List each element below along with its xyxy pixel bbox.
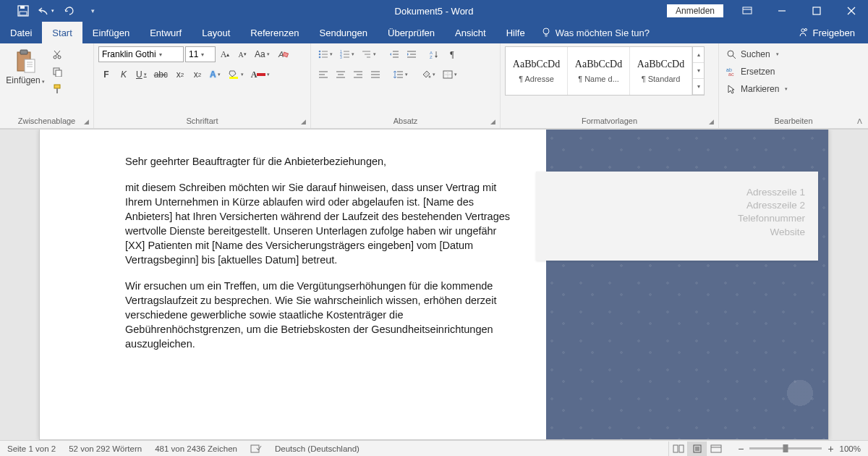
zoom-level[interactable]: 100% xyxy=(840,444,861,453)
multilevel-list-button[interactable]: ▾ xyxy=(359,46,379,62)
status-words[interactable]: 52 von 292 Wörtern xyxy=(69,444,142,453)
change-case-button[interactable]: Aa▾ xyxy=(252,46,273,62)
spellcheck-icon[interactable] xyxy=(250,444,262,454)
greeting-line[interactable]: Sehr geehrter Beauftragter für die Anbie… xyxy=(125,154,517,169)
shading-button[interactable]: ▾ xyxy=(418,67,438,83)
svg-rect-87 xyxy=(711,445,721,452)
strikethrough-button[interactable]: abc xyxy=(151,67,171,83)
align-left-button[interactable] xyxy=(315,67,331,83)
page[interactable]: Sehr geehrter Beauftragter für die Anbie… xyxy=(39,130,829,440)
styles-scrollbar[interactable]: ▴▾▾ xyxy=(692,47,704,95)
styles-launcher-icon[interactable]: ◢ xyxy=(709,118,714,125)
text-effects-button[interactable]: A▾ xyxy=(207,67,224,83)
show-marks-button[interactable]: ¶ xyxy=(444,46,460,62)
status-language[interactable]: Deutsch (Deutschland) xyxy=(275,444,359,453)
subscript-button[interactable]: x2 xyxy=(172,67,188,83)
style-adresse[interactable]: AaBbCcDd¶ Adresse xyxy=(506,47,568,95)
replace-button[interactable]: abacErsetzen xyxy=(723,64,796,80)
svg-point-76 xyxy=(728,51,733,56)
select-button[interactable]: Markieren▾ xyxy=(723,81,796,97)
zoom-slider[interactable] xyxy=(749,447,822,449)
close-icon[interactable] xyxy=(835,0,868,22)
styles-gallery[interactable]: AaBbCcDd¶ Adresse AaBbCcDd¶ Name d... Aa… xyxy=(505,46,705,96)
read-mode-button[interactable] xyxy=(668,442,687,456)
highlight-button[interactable]: ▾ xyxy=(225,67,247,83)
print-layout-button[interactable] xyxy=(687,442,706,456)
save-icon[interactable] xyxy=(13,1,33,21)
sort-button[interactable]: AZ xyxy=(427,46,443,62)
status-chars[interactable]: 481 von 2436 Zeichen xyxy=(155,444,237,453)
title-bar: ▾ ▾ Dokument5 - Word Anmelden xyxy=(0,0,868,22)
phone-line[interactable]: Telefonnummer xyxy=(549,212,805,225)
tab-home[interactable]: Start xyxy=(42,22,82,43)
minimize-icon[interactable] xyxy=(765,0,799,22)
svg-rect-15 xyxy=(20,50,27,54)
undo-icon[interactable]: ▾ xyxy=(36,1,56,21)
superscript-button[interactable]: x2 xyxy=(190,67,205,83)
address-line-2[interactable]: Adresszeile 2 xyxy=(549,199,805,212)
grow-font-button[interactable]: A▴ xyxy=(217,46,233,62)
tab-file[interactable]: Datei xyxy=(0,22,42,43)
website-line[interactable]: Website xyxy=(549,226,805,239)
document-body[interactable]: Sehr geehrter Beauftragter für die Anbie… xyxy=(40,130,546,439)
numbering-icon: 123 xyxy=(340,50,350,59)
signin-button[interactable]: Anmelden xyxy=(667,4,723,17)
increase-indent-button[interactable] xyxy=(404,46,420,62)
italic-button[interactable]: K xyxy=(116,67,132,83)
tab-references[interactable]: Referenzen xyxy=(240,22,309,43)
tell-me-label: Was möchten Sie tun? xyxy=(556,28,650,38)
tell-me-search[interactable]: Was möchten Sie tun? xyxy=(541,22,786,43)
tab-help[interactable]: Hilfe xyxy=(496,22,535,43)
justify-button[interactable] xyxy=(367,67,383,83)
tab-layout[interactable]: Layout xyxy=(192,22,240,43)
shrink-font-button[interactable]: A▾ xyxy=(234,46,250,62)
zoom-in-button[interactable]: + xyxy=(827,443,833,455)
borders-button[interactable]: ▾ xyxy=(440,67,460,83)
ribbon-display-icon[interactable] xyxy=(731,0,764,22)
align-center-button[interactable] xyxy=(333,67,349,83)
style-standard[interactable]: AaBbCcDd¶ Standard xyxy=(630,47,692,95)
collapse-ribbon-icon[interactable]: ᐱ xyxy=(857,117,862,125)
line-spacing-button[interactable]: ▾ xyxy=(391,67,411,83)
tab-insert[interactable]: Einfügen xyxy=(82,22,140,43)
status-page[interactable]: Seite 1 von 2 xyxy=(7,444,56,453)
font-launcher-icon[interactable]: ◢ xyxy=(301,118,306,125)
underline-button[interactable]: U▾ xyxy=(133,67,150,83)
tab-review[interactable]: Überprüfen xyxy=(378,22,445,43)
redo-icon[interactable] xyxy=(59,1,80,21)
font-name-combo[interactable]: Franklin Gothi▾ xyxy=(98,46,184,62)
find-button[interactable]: Suchen▾ xyxy=(723,46,796,62)
zoom-out-button[interactable]: − xyxy=(738,443,744,455)
paragraph-launcher-icon[interactable]: ◢ xyxy=(490,118,495,125)
tab-mailings[interactable]: Sendungen xyxy=(310,22,378,43)
address-placeholder-box[interactable]: Adresszeile 1 Adresszeile 2 Telefonnumme… xyxy=(536,172,818,261)
svg-line-77 xyxy=(733,56,736,59)
numbering-button[interactable]: 123▾ xyxy=(337,46,357,62)
tab-design[interactable]: Entwurf xyxy=(140,22,192,43)
bold-button[interactable]: F xyxy=(98,67,114,83)
copy-button[interactable] xyxy=(49,64,65,80)
paragraph-2[interactable]: Wir ersuchen um ein Treffen, um die Verg… xyxy=(125,279,517,351)
svg-text:3: 3 xyxy=(340,55,342,59)
svg-point-12 xyxy=(801,29,804,32)
paste-button[interactable]: Einfügen▾ xyxy=(4,46,46,85)
decrease-indent-button[interactable] xyxy=(386,46,402,62)
clear-formatting-button[interactable]: A xyxy=(274,46,292,62)
format-painter-button[interactable] xyxy=(49,81,65,97)
qat-customize-icon[interactable]: ▾ xyxy=(82,1,103,21)
align-right-button[interactable] xyxy=(350,67,366,83)
clipboard-launcher-icon[interactable]: ◢ xyxy=(84,118,89,125)
address-line-1[interactable]: Adresszeile 1 xyxy=(549,186,805,199)
paragraph-1[interactable]: mit diesem Schreiben möchten wir Sie dar… xyxy=(125,180,517,267)
share-label: Freigeben xyxy=(812,28,855,38)
cut-button[interactable] xyxy=(49,46,65,62)
font-color-button[interactable]: A▾ xyxy=(248,67,273,83)
font-size-combo[interactable]: 11▾ xyxy=(185,46,216,62)
style-name-des[interactable]: AaBbCcDd¶ Name d... xyxy=(568,47,630,95)
maximize-icon[interactable] xyxy=(800,0,833,22)
share-button[interactable]: Freigeben xyxy=(785,22,868,43)
tab-view[interactable]: Ansicht xyxy=(445,22,496,43)
borders-icon xyxy=(443,70,453,79)
web-layout-button[interactable] xyxy=(706,442,725,456)
bullets-button[interactable]: ▾ xyxy=(315,46,336,62)
